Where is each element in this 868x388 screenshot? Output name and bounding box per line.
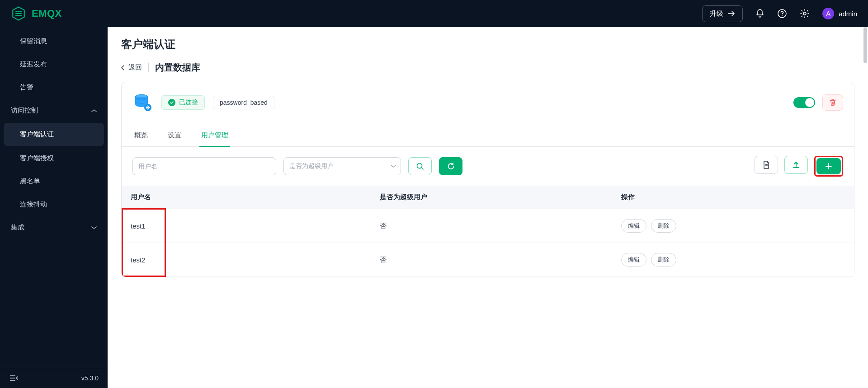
help-icon[interactable] [777, 9, 787, 19]
sidebar: 保留消息 延迟发布 告警 访问控制 客户端认证 客户端授权 黑名单 连接抖动 集… [0, 27, 108, 388]
search-button[interactable] [408, 157, 432, 175]
sidebar-item-delayed[interactable]: 延迟发布 [0, 53, 108, 76]
toolbar: 是否为超级用户 [122, 147, 854, 186]
col-header-superuser: 是否为超级用户 [371, 186, 613, 209]
enable-toggle[interactable] [793, 97, 815, 108]
collapse-sidebar-icon[interactable] [9, 374, 18, 382]
tab-overview[interactable]: 概览 [132, 125, 150, 147]
database-icon [132, 92, 153, 113]
status-badge: 已连接 [161, 95, 205, 110]
bell-icon[interactable] [755, 9, 764, 19]
sidebar-item-retained[interactable]: 保留消息 [0, 30, 108, 53]
subtitle: 内置数据库 [155, 61, 200, 74]
col-header-actions: 操作 [612, 186, 854, 209]
cell-superuser: 否 [371, 243, 613, 277]
search-icon [416, 162, 424, 170]
users-table: 用户名 是否为超级用户 操作 test1 否 编 [122, 186, 854, 277]
sidebar-group-access-control[interactable]: 访问控制 [0, 99, 108, 122]
brand-text: EMQX [32, 8, 62, 19]
tab-settings[interactable]: 设置 [166, 125, 183, 147]
cell-username: test2 [122, 243, 371, 277]
superuser-filter-select[interactable]: 是否为超级用户 [283, 157, 401, 175]
top-header: EMQX 升级 A admin [0, 0, 868, 27]
divider [148, 63, 149, 72]
document-icon [762, 160, 770, 169]
table-row: test2 否 编辑 删除 [122, 243, 854, 277]
scrollbar-thumb[interactable] [863, 27, 867, 63]
delete-button[interactable]: 删除 [651, 253, 676, 266]
avatar: A [822, 8, 834, 19]
delete-button[interactable]: 删除 [651, 219, 676, 233]
upgrade-button[interactable]: 升级 [702, 5, 743, 22]
chevron-down-icon [91, 226, 97, 229]
plus-icon [825, 163, 832, 170]
refresh-icon [447, 162, 455, 170]
sidebar-item-authentication[interactable]: 客户端认证 [4, 123, 104, 146]
status-text: 已连接 [179, 98, 198, 107]
version-text: v5.3.0 [81, 374, 99, 382]
back-link[interactable]: 返回 [121, 63, 142, 72]
sidebar-item-flapping[interactable]: 连接抖动 [0, 193, 108, 216]
tabs: 概览 设置 用户管理 [122, 120, 854, 147]
gear-icon[interactable] [800, 9, 810, 19]
export-button[interactable] [755, 156, 778, 174]
check-icon [168, 99, 175, 106]
edit-button[interactable]: 编辑 [621, 219, 646, 233]
logo-icon [11, 6, 26, 21]
chevron-left-icon [121, 65, 125, 70]
cell-superuser: 否 [371, 209, 613, 243]
table-wrap: 用户名 是否为超级用户 操作 test1 否 编 [122, 186, 854, 277]
svg-point-5 [782, 15, 783, 16]
sidebar-item-authorization[interactable]: 客户端授权 [0, 147, 108, 170]
chevron-down-icon [391, 164, 396, 168]
username-filter-input[interactable] [132, 157, 276, 175]
add-user-highlight [814, 156, 843, 177]
chevron-up-icon [91, 109, 97, 112]
upgrade-label: 升级 [710, 9, 723, 18]
trash-icon [829, 98, 837, 107]
delete-authenticator-button[interactable] [822, 94, 843, 111]
cell-username: test1 [122, 209, 371, 243]
page-title: 客户端认证 [121, 37, 854, 51]
import-button[interactable] [784, 156, 808, 174]
back-label: 返回 [128, 63, 142, 72]
edit-button[interactable]: 编辑 [621, 253, 646, 266]
brand: EMQX [11, 6, 62, 21]
main-content: 客户端认证 返回 内置数据库 [108, 27, 868, 388]
sidebar-group-integration[interactable]: 集成 [0, 216, 108, 239]
col-header-username: 用户名 [122, 186, 371, 209]
upload-icon [792, 161, 800, 169]
svg-point-6 [803, 12, 806, 15]
mechanism-badge: password_based [213, 96, 274, 109]
table-row: test1 否 编辑 删除 [122, 209, 854, 243]
sidebar-item-alarms[interactable]: 告警 [0, 76, 108, 99]
user-name: admin [839, 10, 857, 18]
refresh-button[interactable] [439, 157, 462, 175]
user-menu[interactable]: A admin [822, 8, 857, 19]
tab-users[interactable]: 用户管理 [199, 125, 230, 147]
superuser-filter-placeholder: 是否为超级用户 [289, 162, 334, 170]
auth-card: 已连接 password_based 概览 设置 [121, 82, 854, 277]
svg-line-15 [421, 168, 423, 169]
arrow-right-icon [728, 10, 735, 17]
add-user-button[interactable] [816, 158, 841, 174]
sidebar-item-blacklist[interactable]: 黑名单 [0, 170, 108, 193]
